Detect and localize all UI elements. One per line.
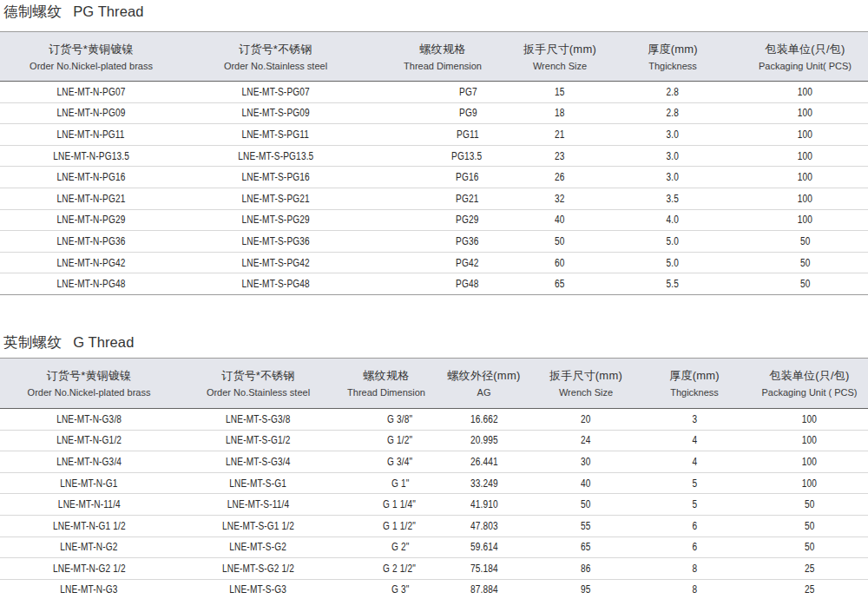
table-cell: 55 [534, 515, 638, 536]
cell-text: PG36 [456, 235, 478, 247]
table-cell: LNE-MT-N-G1 [0, 472, 178, 494]
table-cell: LNE-MT-N-G1 1/2 [0, 515, 178, 536]
table-row: LNE-MT-N-PG13.5LNE-MT-S-PG13.5PG13.5233.… [0, 145, 868, 167]
table-cell: 4.0 [603, 209, 742, 231]
column-header-zh: 包装单位(只/包) [751, 368, 868, 384]
table-cell: 16.662 [434, 408, 534, 430]
table-cell: 100 [742, 124, 868, 146]
table-cell: 5 [638, 472, 751, 494]
cell-text: 65 [555, 278, 565, 290]
cell-text: LNE-MT-N-G3/8 [56, 413, 122, 425]
table-cell: 50 [742, 273, 868, 295]
column-header-zh: 扳手尺寸(mm) [516, 42, 603, 57]
cell-text: 100 [802, 477, 817, 490]
column-header-en: Thgickness [603, 61, 742, 71]
table-cell: 40 [516, 209, 603, 231]
table-cell: 50 [742, 231, 868, 253]
cell-text: LNE-MT-N-G1/2 [56, 434, 122, 446]
table-cell: 5 [638, 494, 751, 516]
g-thread-table: 订货号*黄铜镀镍Order No.Nickel-plated brass订货号*… [0, 358, 868, 599]
cell-text: 6 [692, 520, 697, 532]
cell-text: 32 [555, 193, 565, 205]
table-row: LNE-MT-N-PG21LNE-MT-S-PG21PG21323.5100 [0, 188, 868, 209]
table-cell: LNE-MT-N-G2 1/2 [0, 558, 178, 580]
cell-text: PG21 [456, 193, 478, 205]
cell-text: PG29 [456, 214, 478, 226]
cell-text: LNE-MT-S-G1/2 [226, 434, 290, 446]
cell-text: G 1 1/2" [383, 520, 416, 532]
cell-text: LNE-MT-N-PG42 [57, 257, 126, 269]
table-cell: 20 [534, 408, 638, 430]
table-cell: 100 [742, 102, 868, 124]
cell-text: 16.662 [470, 413, 498, 425]
table-cell: 50 [751, 494, 868, 516]
cell-text: 33.249 [470, 477, 498, 490]
cell-text: LNE-MT-N-G3/4 [56, 456, 122, 468]
cell-text: 55 [581, 520, 591, 532]
column-header: 螺纹外径(mm)AG [434, 358, 534, 408]
table-cell: LNE-MT-S-PG11 [182, 124, 369, 146]
table-cell: G 1/2" [339, 430, 434, 451]
cell-text: 100 [802, 456, 817, 468]
cell-text: LNE-MT-N-PG09 [57, 107, 126, 119]
cell-text: G 1/2" [387, 434, 412, 446]
table-row: LNE-MT-N-PG42LNE-MT-S-PG42PG42605.050 [0, 252, 868, 273]
cell-text: LNE-MT-S-G1 1/2 [222, 520, 294, 532]
column-header-en: Order No.Stainless steel [182, 61, 369, 71]
cell-text: 100 [798, 86, 812, 98]
table-row: LNE-MT-N-PG11LNE-MT-S-PG11PG11213.0100 [0, 124, 868, 146]
table-cell: 50 [751, 515, 868, 536]
table-cell: 3.0 [603, 167, 742, 188]
table-cell: 50 [751, 536, 868, 558]
cell-text: LNE-MT-S-PG13.5 [238, 150, 313, 162]
table-cell: 60 [516, 252, 603, 273]
cell-text: PG48 [456, 278, 478, 290]
table-row: LNE-MT-N-PG07LNE-MT-S-PG07PG7152.8100 [0, 82, 868, 103]
table-cell: G 3/4" [339, 451, 434, 473]
cell-text: 15 [555, 86, 565, 98]
cell-text: 60 [555, 257, 565, 269]
table-cell: 30 [534, 451, 638, 473]
cell-text: 25 [805, 583, 815, 596]
cell-text: LNE-MT-S-PG48 [241, 278, 309, 290]
cell-text: 5 [692, 477, 697, 490]
table-row: LNE-MT-N-G3LNE-MT-S-G3G 3"87.88495825 [0, 579, 868, 599]
g-thread-title-en: G Thread [73, 333, 134, 351]
table-cell: PG21 [369, 188, 516, 209]
table-cell: 5.0 [603, 231, 742, 253]
column-header-en: Packaging Unit ( PCS) [751, 387, 868, 398]
table-cell: G 3" [339, 579, 434, 599]
table-cell: 25 [751, 579, 868, 599]
cell-text: 8 [692, 563, 697, 575]
table-cell: LNE-MT-S-PG21 [182, 188, 369, 209]
cell-text: 50 [805, 541, 815, 553]
cell-text: LNE-MT-S-PG11 [242, 128, 310, 141]
cell-text: LNE-MT-S-PG21 [241, 193, 309, 205]
column-header-zh: 扳手尺寸(mm) [534, 368, 638, 384]
cell-text: G 3/4" [387, 456, 412, 468]
cell-text: 41.910 [470, 498, 498, 510]
table-cell: 50 [516, 231, 603, 253]
cell-text: 75.184 [470, 563, 498, 575]
column-header: 厚度(mm)Thgickness [638, 358, 751, 408]
table-cell: 40 [534, 472, 638, 494]
column-header-en: Order No.Stainless steel [178, 387, 339, 398]
column-header-en: Wrench Size [534, 387, 638, 398]
cell-text: 87.884 [470, 583, 498, 596]
cell-text: LNE-MT-N-11/4 [57, 498, 120, 510]
cell-text: LNE-MT-S-G1 [230, 477, 287, 490]
column-header-zh: 厚度(mm) [638, 368, 751, 384]
table-cell: LNE-MT-S-G2 [178, 536, 339, 558]
table-cell: LNE-MT-S-PG13.5 [182, 145, 369, 167]
table-cell: LNE-MT-S-G1 [178, 472, 339, 494]
column-header-en: Thread Dimension [339, 387, 434, 398]
cell-text: LNE-MT-N-PG36 [57, 235, 126, 247]
table-cell: PG11 [369, 124, 516, 146]
table-row: LNE-MT-N-G1 1/2LNE-MT-S-G1 1/2G 1 1/2"47… [0, 515, 868, 536]
column-header-en: Wrench Size [516, 61, 603, 71]
cell-text: 3.5 [667, 193, 680, 205]
column-header-en: AG [434, 387, 534, 398]
table-cell: LNE-MT-S-PG48 [182, 273, 369, 295]
table-cell: PG9 [369, 102, 516, 124]
table-cell: 3.0 [603, 124, 742, 146]
